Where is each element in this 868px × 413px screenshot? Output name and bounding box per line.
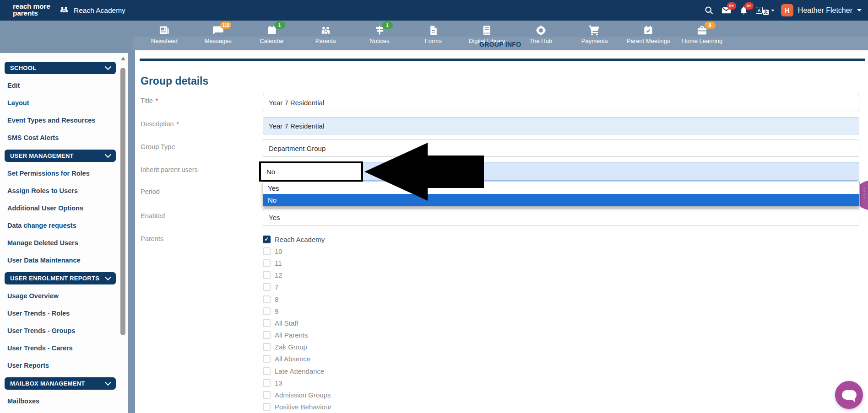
nav-item-newsfeed[interactable]: Newsfeed — [137, 21, 191, 50]
sidebar-scrollbar[interactable] — [119, 53, 127, 413]
chevron-down-icon — [105, 379, 111, 386]
search-icon[interactable] — [704, 5, 715, 16]
school-name: Reach Academy — [74, 6, 125, 15]
enabled-select[interactable]: Yes — [263, 209, 859, 226]
checkbox[interactable] — [263, 331, 271, 339]
checkbox[interactable] — [263, 379, 271, 387]
sidebar-item-user-data-maintenance[interactable]: User Data Maintenance — [5, 252, 118, 269]
group-type-select[interactable]: Department Group — [263, 139, 859, 157]
checkbox[interactable] — [263, 319, 271, 327]
description-input[interactable]: Year 7 Residential — [263, 117, 859, 134]
nav-item-parent-meetings[interactable]: Parent Meetings — [622, 21, 676, 50]
scrollbar-thumb[interactable] — [120, 68, 125, 335]
nav-item-the-hub[interactable]: The Hub — [514, 21, 568, 50]
checkbox[interactable] — [263, 391, 271, 399]
parents-option-late-attendance: Late Attendance — [263, 365, 331, 377]
nav-label: Payments — [581, 38, 608, 44]
language-menu[interactable]: A 文 — [756, 6, 775, 15]
checkbox[interactable] — [263, 343, 271, 351]
title-input[interactable]: Year 7 Residential — [263, 94, 859, 111]
checkbox-label: Zak Group — [275, 343, 307, 351]
sidebar-item-usage-overview[interactable]: Usage Overview — [5, 287, 118, 305]
the-hub-icon — [534, 24, 547, 37]
sidebar-item-user-reports[interactable]: User Reports — [5, 357, 118, 374]
sidebar-item-manage-deleted-users[interactable]: Manage Deleted Users — [5, 234, 118, 252]
sidebar-section-label: SCHOOL — [10, 64, 36, 71]
chevron-down-icon — [105, 151, 111, 158]
sidebar-item-user-trends-carers[interactable]: User Trends - Carers — [5, 339, 118, 357]
nav-item-home-learning[interactable]: Home Learning8 — [675, 21, 729, 50]
parents-option-10: 10 — [263, 245, 331, 257]
tab-underline — [140, 59, 865, 61]
notifications-bell-icon[interactable]: 9+ — [738, 5, 749, 16]
nav-label: Messages — [205, 38, 232, 44]
sidebar-section-label: USER ENROLMENT REPORTS — [10, 275, 99, 282]
checkbox-checked[interactable]: ✓ — [263, 236, 271, 243]
tab-group-info[interactable]: GROUP INFO — [479, 41, 521, 48]
school-group-icon — [59, 4, 70, 17]
sidebar-item-event-types-and-resources[interactable]: Event Types and Resources — [5, 112, 118, 129]
nav-item-payments[interactable]: Payments — [568, 21, 622, 50]
checkbox[interactable] — [263, 307, 271, 315]
top-bar: reach more parents Reach Academy 9+ — [0, 0, 868, 21]
nav-label: Notices — [369, 38, 389, 44]
group-type-label: Group Type — [141, 143, 175, 150]
checkbox-label: All Absence — [275, 355, 310, 363]
translate-icon: A — [756, 7, 763, 14]
checkbox-label: All Parents — [275, 331, 308, 339]
nav-label: Newsfeed — [151, 38, 178, 44]
nav-label: Parents — [315, 38, 336, 44]
chevron-down-icon — [105, 64, 111, 70]
scroll-up-arrow-icon[interactable] — [121, 57, 125, 60]
chat-bubble-icon — [842, 390, 857, 400]
dropdown-option-no[interactable]: No — [263, 194, 859, 206]
dropdown-option-yes[interactable]: Yes — [263, 182, 859, 194]
parents-option-12: 12 — [263, 269, 331, 281]
sidebar-section-mailbox-management[interactable]: MAILBOX MANAGEMENT — [5, 377, 116, 390]
checkbox[interactable] — [263, 271, 271, 279]
chat-launcher-button[interactable] — [835, 381, 863, 409]
checkbox-label: Late Attendance — [275, 367, 324, 375]
nav-item-forms[interactable]: Forms — [407, 21, 461, 50]
chevron-down-icon — [771, 10, 775, 11]
sidebar-item-data-change-requests[interactable]: Data change requests — [5, 217, 118, 234]
nav-label: Forms — [425, 38, 442, 44]
reachmoreparents-logo[interactable]: reach more parents — [13, 3, 50, 16]
sidebar-section-user-management[interactable]: USER MANAGEMENT — [5, 150, 116, 162]
mail-badge: 9+ — [727, 2, 736, 10]
user-menu[interactable]: H Heather Fletcher — [781, 4, 862, 16]
sidebar-section-school[interactable]: SCHOOL — [5, 62, 116, 74]
logo-line2: parents — [13, 10, 50, 16]
nav-item-messages[interactable]: Messages118 — [191, 21, 245, 50]
sidebar-item-edit[interactable]: Edit — [5, 77, 118, 94]
sidebar-item-mailboxes[interactable]: Mailboxes — [5, 392, 118, 410]
sidebar-item-set-permissions-for-roles[interactable]: Set Permissions for Roles — [5, 165, 118, 182]
nav-item-notices[interactable]: Notices1 — [353, 21, 407, 50]
inherit-dropdown-list: YesNo — [263, 182, 860, 206]
sidebar-item-assign-roles-to-users[interactable]: Assign Roles to Users — [5, 182, 118, 199]
checkbox[interactable] — [263, 295, 271, 303]
widget-drag-handle[interactable] — [863, 188, 865, 198]
logo-line1: reach more — [13, 3, 50, 10]
nav-badge: 1 — [382, 21, 393, 29]
parents-option-9: 9 — [263, 305, 331, 317]
mail-icon[interactable]: 9+ — [721, 5, 732, 16]
sidebar-item-additional-user-options[interactable]: Additional User Options — [5, 199, 118, 217]
sidebar-item-user-trends-roles[interactable]: User Trends - Roles — [5, 305, 118, 322]
school-switcher[interactable]: Reach Academy — [59, 0, 125, 21]
checkbox[interactable] — [263, 367, 271, 375]
nav-badge: 118 — [220, 21, 231, 29]
checkbox[interactable] — [263, 355, 271, 363]
checkbox[interactable] — [263, 283, 271, 291]
sidebar-item-user-trends-groups[interactable]: User Trends - Groups — [5, 322, 118, 339]
checkbox[interactable] — [263, 247, 271, 255]
inherit-parent-users-label: Inherit parent users — [141, 166, 198, 173]
sidebar-section-user-enrolment-reports[interactable]: USER ENROLMENT REPORTS — [5, 272, 116, 284]
checkbox-label: 13 — [275, 379, 282, 387]
sidebar-item-sms-cost-alerts[interactable]: SMS Cost Alerts — [5, 129, 118, 146]
sidebar-item-layout[interactable]: Layout — [5, 94, 118, 112]
checkbox[interactable] — [263, 259, 271, 267]
nav-item-parents[interactable]: Parents — [299, 21, 353, 50]
checkbox[interactable] — [263, 403, 271, 411]
nav-item-calendar[interactable]: Calendar1 — [245, 21, 299, 50]
